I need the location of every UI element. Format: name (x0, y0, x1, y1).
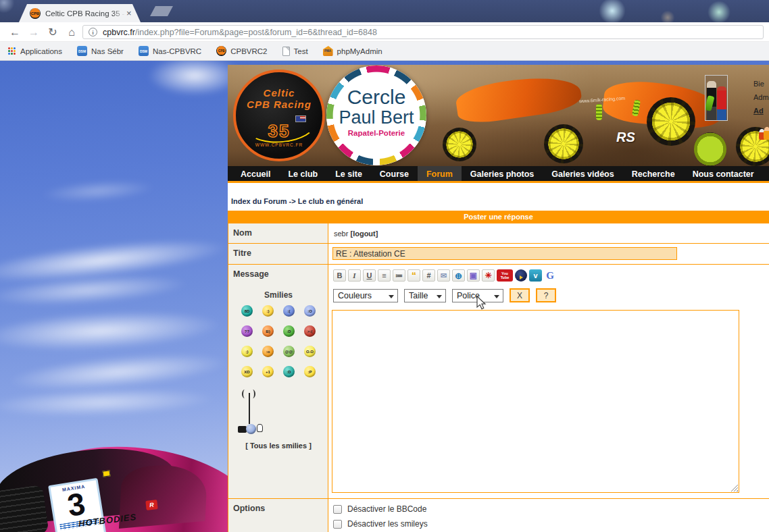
align-center-icon[interactable]: ≡ (378, 269, 391, 282)
image-icon[interactable]: ▣ (467, 269, 480, 282)
couleurs-select[interactable]: Couleurs (333, 289, 398, 302)
nav-le-club[interactable]: Le club (279, 166, 326, 181)
members-icon (759, 127, 769, 142)
bookmark-label: Nas-CPBVRC (153, 47, 201, 55)
nav-recherche[interactable]: Recherche (623, 166, 684, 181)
nav-forum[interactable]: Forum (418, 166, 462, 181)
nav-course[interactable]: Course (371, 166, 418, 181)
google-icon[interactable]: G (544, 269, 556, 282)
tab-strip: CPB Celtic CPB Racing 35 - Le × (0, 0, 769, 22)
nom-value-cell: sebr [logout] (329, 223, 769, 243)
dailymotion-icon[interactable] (515, 269, 527, 282)
link-globe-icon[interactable]: ⊕ (452, 269, 465, 282)
message-value-cell: B I U ≡ ≔ “ # ✉ ⊕ ▣ ✳ YouTube (329, 265, 769, 498)
url-text[interactable]: cpbvrc.fr/index.php?file=Forum&page=post… (103, 28, 377, 37)
help-button[interactable]: ? (536, 288, 556, 302)
tab-favicon-icon: CPB (30, 8, 41, 19)
home-icon[interactable]: ⌂ (64, 22, 80, 42)
nav-nous-contacter[interactable]: Nous contacter (684, 166, 763, 181)
smiley-icon[interactable]: :) (262, 305, 274, 317)
forward-icon[interactable]: → (26, 22, 42, 42)
smiley-icon[interactable]: 8D (241, 305, 253, 317)
nav-galeries-videos[interactable]: Galeries vidéos (543, 166, 622, 181)
new-tab-button[interactable] (150, 6, 173, 16)
celtic-logo-url: WWW.CPBVRC.FR (236, 142, 322, 147)
smiley-icon[interactable]: +1 (262, 366, 274, 377)
underline-icon[interactable]: U (363, 269, 376, 282)
bbcode-checkbox[interactable] (333, 505, 342, 514)
welcome-link[interactable]: Ad (753, 104, 769, 117)
bookmark-label: Test (294, 47, 308, 55)
smiley-icon[interactable]: ?? (241, 325, 253, 337)
smiley-icon[interactable]: :( (283, 305, 295, 317)
all-smilies-link[interactable]: [ Tous les smilies ] (228, 442, 328, 450)
bookmark-nas-sebr[interactable]: DSM Nas Sébr (77, 46, 124, 56)
reload-icon[interactable]: ↻ (45, 22, 61, 42)
smiley-icon[interactable]: O.O (304, 346, 316, 357)
rc-buggy-body (454, 71, 583, 126)
address-bar[interactable]: i cpbvrc.fr/index.php?file=Forum&page=po… (82, 25, 764, 39)
option-label: Désactiver le BBCode (347, 504, 426, 514)
cpb-logo-ring (326, 65, 426, 165)
bookmark-label: Nas Sébr (91, 47, 124, 55)
welcome-text: Bie Adm Ad (753, 77, 769, 117)
smiley-icon[interactable]: ;) (241, 346, 253, 357)
vimeo-icon[interactable]: v (529, 269, 542, 282)
row-nom: Nom sebr [logout] (228, 223, 769, 243)
nav-le-site[interactable]: Le site (326, 166, 371, 181)
quote-icon[interactable]: “ (407, 269, 420, 282)
nav-accueil[interactable]: Accueil (232, 166, 279, 181)
page-icon (282, 47, 290, 56)
tab-close-icon[interactable]: × (126, 9, 132, 18)
flash-icon[interactable]: ✳ (482, 269, 495, 282)
smiley-icon[interactable]: :D (283, 325, 295, 337)
logout-link[interactable]: [logout] (350, 230, 378, 238)
browser-tab[interactable]: CPB Celtic CPB Racing 35 - Le × (19, 4, 141, 22)
bookmark-phpmyadmin[interactable]: PMA phpMyAdmin (323, 46, 382, 56)
taille-select[interactable]: Taille (404, 289, 446, 302)
smiley-icon[interactable]: @@ (283, 346, 295, 357)
url-path: /index.php?file=Forum&page=post&forum_id… (135, 28, 377, 37)
smiley-icon[interactable]: :O (304, 305, 316, 317)
breadcrumb[interactable]: Index du Forum -> Le club en général (231, 197, 363, 205)
cercle-paul-bert-logo: Cercle Paul Bert Rapatel-Poterie (326, 65, 426, 165)
info-icon[interactable]: i (89, 28, 97, 36)
smiley-icon[interactable]: :D (283, 366, 295, 377)
email-icon[interactable]: ✉ (437, 269, 450, 282)
message-textarea[interactable] (332, 310, 739, 493)
code-icon[interactable]: # (422, 269, 435, 282)
bold-icon[interactable]: B (333, 269, 346, 282)
youtube-icon[interactable]: YouTube (497, 269, 513, 282)
url-host: cpbvrc.fr (103, 28, 135, 37)
site-banner: www.6mik-racing.com RS Celtic CPB Racing… (228, 65, 769, 166)
smiley-icon[interactable]: >:( (304, 325, 316, 337)
welcome-line: Bie (753, 77, 769, 90)
browser-window: CPB Celtic CPB Racing 35 - Le × ← → ↻ ⌂ … (0, 0, 769, 532)
italic-icon[interactable]: I (348, 269, 361, 282)
dsm-icon: DSM (77, 46, 87, 56)
bookmark-cpbvrc2[interactable]: CPB CPBVRC2 (216, 46, 267, 56)
nav-galeries-photos[interactable]: Galeries photos (462, 166, 543, 181)
celtic-logo-line1: Celtic (236, 87, 322, 99)
titre-value-cell (329, 244, 769, 264)
back-icon[interactable]: ← (7, 22, 23, 42)
bookmark-test[interactable]: Test (282, 47, 308, 56)
bookmark-nas-cpbvrc[interactable]: DSM Nas-CPBVRC (139, 46, 201, 56)
list-icon[interactable]: ≔ (393, 269, 405, 282)
smileys-checkbox[interactable] (333, 520, 342, 529)
smiley-icon[interactable]: XD (241, 366, 253, 377)
option-disable-bbcode: Désactiver le BBCode (333, 504, 426, 514)
smiley-icon[interactable]: :P (304, 366, 316, 377)
bookmark-apps[interactable]: Applications (8, 47, 62, 55)
smiley-icon[interactable]: B) (262, 325, 274, 337)
r-logo: R (145, 500, 157, 510)
radio-antenna-smiley[interactable] (238, 390, 268, 434)
welcome-line: Adm (753, 90, 769, 104)
close-tags-button[interactable]: X (510, 288, 530, 302)
lime-wheel (694, 132, 726, 166)
titre-input[interactable] (332, 247, 677, 260)
celtic-logo-line2: CPB Racing (236, 99, 322, 110)
dsm-icon: DSM (139, 46, 149, 56)
celtic-logo-number: 35 (236, 121, 322, 142)
smiley-icon[interactable]: :o (262, 346, 274, 357)
